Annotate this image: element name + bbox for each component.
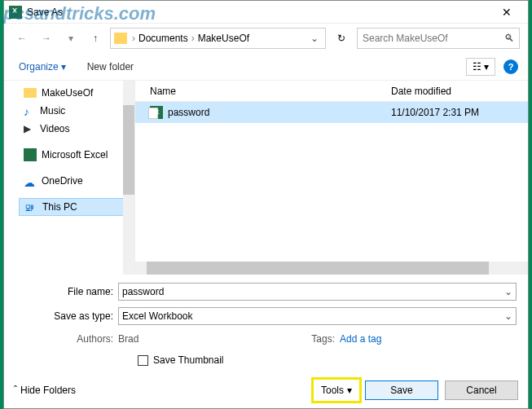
- content-area: MakeUseOf ♪ Music ▶ Videos Microsoft Exc…: [4, 81, 528, 275]
- toolbar: Organize▾ New folder ☷ ▾ ?: [4, 53, 528, 81]
- tools-button[interactable]: Tools ▾: [314, 380, 358, 400]
- filename-value: password: [122, 286, 164, 297]
- save-as-dialog: Save As ✕ ← → ▾ ↑ › Documents › MakeUseO…: [3, 0, 529, 409]
- filetype-row: Save as type: Excel Workbook ⌄: [15, 307, 517, 325]
- tree-item-label: This PC: [42, 201, 77, 213]
- filetype-value: Excel Workbook: [122, 310, 192, 322]
- scroll-thumb[interactable]: [123, 105, 134, 195]
- onedrive-icon: ☁: [24, 176, 37, 186]
- tags-label: Tags:: [311, 333, 335, 345]
- help-button[interactable]: ?: [503, 59, 518, 74]
- chevron-down-icon: ▾: [61, 61, 66, 73]
- view-options-button[interactable]: ☷ ▾: [466, 58, 495, 76]
- new-folder-button[interactable]: New folder: [82, 59, 138, 75]
- save-thumbnail-label: Save Thumbnail: [153, 354, 224, 366]
- bottom-panel: File name: password ⌄ Save as type: Exce…: [4, 275, 528, 372]
- tree-item[interactable]: ♪ Music: [19, 102, 134, 120]
- filetype-select[interactable]: Excel Workbook ⌄: [118, 307, 517, 325]
- excel-icon: [24, 148, 37, 161]
- close-button[interactable]: ✕: [490, 1, 523, 24]
- tree-item-label: Microsoft Excel: [42, 149, 108, 161]
- breadcrumb-dropdown[interactable]: ⌄: [307, 33, 322, 44]
- filename-input[interactable]: password ⌄: [118, 283, 517, 301]
- tree-item-label: Videos: [40, 123, 69, 134]
- tree-item-this-pc[interactable]: 🖳 This PC: [19, 198, 134, 216]
- title-bar: Save As ✕: [4, 1, 528, 24]
- cancel-button[interactable]: Cancel: [445, 380, 518, 400]
- hide-folders-button[interactable]: ˆ Hide Folders: [14, 385, 76, 396]
- music-icon: ♪: [24, 105, 35, 117]
- window-title: Save As: [27, 7, 490, 18]
- save-button[interactable]: Save: [365, 380, 438, 400]
- file-name: password: [168, 107, 391, 118]
- back-button[interactable]: ←: [12, 29, 32, 48]
- filename-row: File name: password ⌄: [15, 283, 517, 301]
- save-thumbnail-row: Save Thumbnail: [138, 354, 517, 366]
- folder-icon: [114, 33, 127, 44]
- tree-scrollbar[interactable]: [123, 81, 134, 275]
- up-button[interactable]: ↑: [86, 29, 105, 48]
- authors-value[interactable]: Brad: [118, 333, 138, 345]
- tree-item-excel[interactable]: Microsoft Excel: [19, 146, 134, 164]
- nav-bar: ← → ▾ ↑ › Documents › MakeUseOf ⌄ ↻ 🔍︎: [4, 24, 528, 53]
- horizontal-scrollbar[interactable]: [135, 262, 528, 275]
- column-header-row: Name Date modified: [135, 81, 528, 102]
- forward-button[interactable]: →: [37, 29, 56, 48]
- recent-dropdown[interactable]: ▾: [61, 29, 81, 48]
- chevron-right-icon: ›: [130, 33, 137, 44]
- video-icon: ▶: [24, 123, 35, 134]
- tree-item-label: MakeUseOf: [42, 87, 93, 99]
- footer: ˆ Hide Folders Tools ▾ Save Cancel: [4, 372, 528, 408]
- tags-value[interactable]: Add a tag: [340, 333, 381, 345]
- tree-item[interactable]: MakeUseOf: [19, 84, 134, 102]
- breadcrumb-segment[interactable]: MakeUseOf: [198, 33, 249, 44]
- scroll-thumb[interactable]: [147, 262, 489, 275]
- metadata-row: Authors: Brad Tags: Add a tag: [15, 333, 517, 345]
- file-date: 11/10/2017 2:31 PM: [391, 107, 513, 118]
- tree-item-onedrive[interactable]: ☁ OneDrive: [19, 172, 134, 190]
- excel-file-icon: [150, 106, 163, 119]
- chevron-down-icon: ▾: [347, 385, 352, 396]
- tree-item-label: OneDrive: [42, 175, 83, 187]
- refresh-button[interactable]: ↻: [331, 28, 352, 49]
- chevron-right-icon: ›: [190, 33, 196, 44]
- breadcrumb[interactable]: › Documents › MakeUseOf ⌄: [110, 28, 326, 49]
- tree-item-label: Music: [40, 105, 65, 117]
- authors-label: Authors:: [15, 333, 113, 345]
- column-header-date[interactable]: Date modified: [391, 86, 513, 97]
- breadcrumb-segment[interactable]: Documents: [138, 33, 188, 44]
- search-input[interactable]: [363, 33, 504, 44]
- search-icon[interactable]: 🔍︎: [504, 33, 514, 44]
- folder-tree: MakeUseOf ♪ Music ▶ Videos Microsoft Exc…: [4, 81, 134, 275]
- file-row[interactable]: password 11/10/2017 2:31 PM: [135, 102, 528, 123]
- pc-icon: 🖳: [24, 202, 37, 212]
- chevron-down-icon[interactable]: ⌄: [504, 310, 512, 322]
- column-header-name[interactable]: Name: [150, 86, 391, 97]
- chevron-up-icon: ˆ: [14, 385, 17, 396]
- folder-icon: [24, 88, 37, 98]
- search-box[interactable]: 🔍︎: [357, 28, 520, 49]
- filetype-label: Save as type:: [15, 310, 113, 322]
- organize-button[interactable]: Organize▾: [14, 59, 71, 75]
- file-list-pane: Name Date modified password 11/10/2017 2…: [134, 81, 528, 275]
- tree-item[interactable]: ▶ Videos: [19, 120, 134, 138]
- save-thumbnail-checkbox[interactable]: [138, 355, 148, 366]
- filename-label: File name:: [15, 286, 113, 297]
- excel-app-icon: [9, 6, 22, 19]
- chevron-down-icon[interactable]: ⌄: [504, 286, 512, 297]
